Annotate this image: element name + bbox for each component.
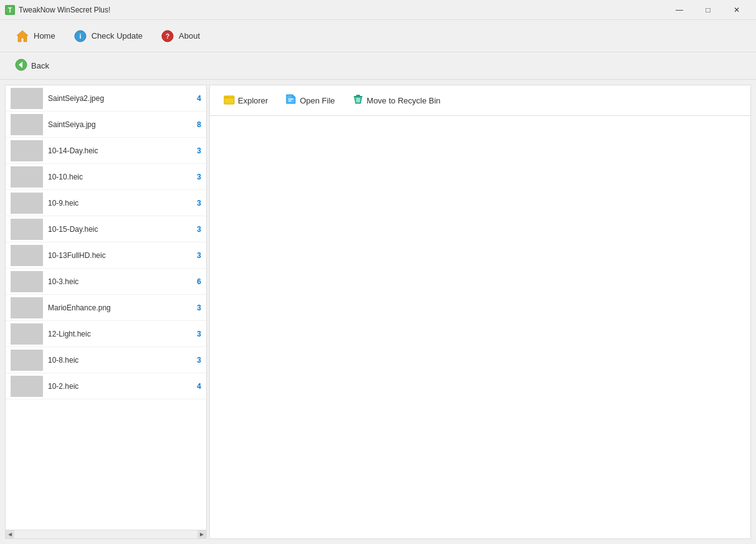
back-label: Back bbox=[31, 61, 49, 70]
open-file-button[interactable]: Open File bbox=[279, 90, 341, 110]
list-item-count: 3 bbox=[189, 146, 201, 155]
open-file-label: Open File bbox=[300, 96, 334, 105]
explorer-label: Explorer bbox=[238, 96, 268, 105]
open-file-icon bbox=[285, 93, 296, 107]
list-item[interactable]: SaintSeiya.jpg 8 bbox=[6, 112, 206, 138]
list-item-name: 10-8.heic bbox=[48, 356, 189, 365]
home-icon bbox=[15, 29, 30, 44]
explorer-icon bbox=[224, 93, 235, 107]
list-item-count: 6 bbox=[189, 277, 201, 286]
list-item-name: 10-3.heic bbox=[48, 277, 189, 286]
explorer-button[interactable]: Explorer bbox=[217, 90, 274, 110]
back-button[interactable]: Back bbox=[10, 56, 54, 75]
home-label: Home bbox=[34, 31, 55, 41]
window-controls: — □ ✕ bbox=[665, 0, 751, 20]
list-item[interactable]: 10-14-Day.heic 3 bbox=[6, 138, 206, 164]
list-item-name: SaintSeiya2.jpeg bbox=[48, 94, 189, 103]
check-update-button[interactable]: i Check Update bbox=[65, 25, 150, 47]
horizontal-scrollbar[interactable]: ◀ ▶ bbox=[6, 530, 206, 538]
minimize-button[interactable]: — bbox=[665, 0, 694, 20]
list-item-thumb bbox=[11, 193, 43, 214]
list-item-thumb bbox=[11, 297, 43, 318]
svg-rect-14 bbox=[356, 95, 360, 97]
list-item-thumb bbox=[11, 350, 43, 371]
home-button[interactable]: Home bbox=[7, 25, 63, 47]
move-to-recycle-label: Move to Recycle Bin bbox=[367, 96, 441, 105]
list-item-thumb bbox=[11, 140, 43, 161]
list-item-name: 10-14-Day.heic bbox=[48, 146, 189, 155]
scroll-right-button[interactable]: ▶ bbox=[197, 530, 206, 539]
action-toolbar: Explorer Open File bbox=[210, 85, 750, 116]
svg-text:i: i bbox=[79, 32, 81, 40]
left-panel: SaintSeiya2.jpeg 4 SaintSeiya.jpg 8 10-1… bbox=[5, 85, 207, 539]
list-item-count: 3 bbox=[189, 225, 201, 234]
svg-text:?: ? bbox=[166, 33, 169, 40]
list-item-count: 3 bbox=[189, 173, 201, 181]
list-item[interactable]: 10-10.heic 3 bbox=[6, 164, 206, 190]
list-item-thumb bbox=[11, 219, 43, 240]
titlebar: T TweakNow WinSecret Plus! — □ ✕ bbox=[0, 0, 756, 20]
list-item-thumb bbox=[11, 376, 43, 397]
back-bar: Back bbox=[0, 52, 756, 80]
list-item[interactable]: 10-9.heic 3 bbox=[6, 190, 206, 216]
list-item-name: 10-15-Day.heic bbox=[48, 225, 189, 234]
list-item[interactable]: 10-15-Day.heic 3 bbox=[6, 216, 206, 242]
list-item[interactable]: 10-2.heic 4 bbox=[6, 373, 206, 399]
scroll-track bbox=[14, 530, 197, 539]
about-icon: ? bbox=[160, 29, 175, 44]
app-icon: T bbox=[5, 5, 15, 15]
file-entries bbox=[210, 116, 750, 538]
list-item-count: 3 bbox=[189, 303, 201, 312]
list-item-count: 3 bbox=[189, 199, 201, 208]
list-item-thumb bbox=[11, 245, 43, 266]
recycle-icon bbox=[352, 93, 364, 107]
close-button[interactable]: ✕ bbox=[722, 0, 751, 20]
check-update-icon: i bbox=[73, 29, 88, 44]
list-item[interactable]: 12-Light.heic 3 bbox=[6, 321, 206, 347]
check-update-label: Check Update bbox=[92, 31, 143, 41]
scroll-left-button[interactable]: ◀ bbox=[6, 530, 14, 539]
list-item[interactable]: 10-3.heic 6 bbox=[6, 269, 206, 295]
list-item-name: 10-13FullHD.heic bbox=[48, 251, 189, 260]
list-item-name: MarioEnhance.png bbox=[48, 303, 189, 312]
list-item-name: 12-Light.heic bbox=[48, 330, 189, 338]
file-list-panel[interactable]: SaintSeiya2.jpeg 4 SaintSeiya.jpg 8 10-1… bbox=[6, 85, 206, 530]
about-label: About bbox=[179, 31, 200, 41]
list-item[interactable]: MarioEnhance.png 3 bbox=[6, 295, 206, 321]
back-icon bbox=[15, 59, 27, 73]
list-item-count: 3 bbox=[189, 251, 201, 260]
list-item-count: 4 bbox=[189, 382, 201, 391]
list-item[interactable]: 10-8.heic 3 bbox=[6, 347, 206, 373]
list-item-count: 8 bbox=[189, 120, 201, 129]
list-item-name: SaintSeiya.jpg bbox=[48, 120, 189, 129]
list-item-count: 3 bbox=[189, 356, 201, 365]
list-item-name: 10-2.heic bbox=[48, 382, 189, 391]
move-to-recycle-button[interactable]: Move to Recycle Bin bbox=[346, 90, 447, 110]
list-item-count: 4 bbox=[189, 94, 201, 103]
list-item-count: 3 bbox=[189, 330, 201, 338]
list-item-thumb bbox=[11, 114, 43, 135]
list-item-name: 10-9.heic bbox=[48, 199, 189, 208]
list-item-thumb bbox=[11, 323, 43, 345]
about-button[interactable]: ? About bbox=[153, 25, 207, 47]
svg-marker-2 bbox=[17, 31, 28, 42]
list-item-name: 10-10.heic bbox=[48, 173, 189, 181]
list-item-thumb bbox=[11, 166, 43, 188]
svg-text:T: T bbox=[8, 7, 12, 14]
list-item-thumb bbox=[11, 88, 43, 109]
maximize-button[interactable]: □ bbox=[694, 0, 722, 20]
list-item[interactable]: 10-13FullHD.heic 3 bbox=[6, 242, 206, 269]
app-title: TweakNow WinSecret Plus! bbox=[19, 6, 665, 14]
list-item-thumb bbox=[11, 271, 43, 292]
main-toolbar: Home i Check Update ? About bbox=[0, 20, 756, 52]
right-panel: Explorer Open File bbox=[209, 85, 751, 539]
svg-rect-10 bbox=[224, 96, 229, 98]
list-item[interactable]: SaintSeiya2.jpeg 4 bbox=[6, 85, 206, 112]
main-content: SaintSeiya2.jpeg 4 SaintSeiya.jpg 8 10-1… bbox=[0, 80, 756, 544]
